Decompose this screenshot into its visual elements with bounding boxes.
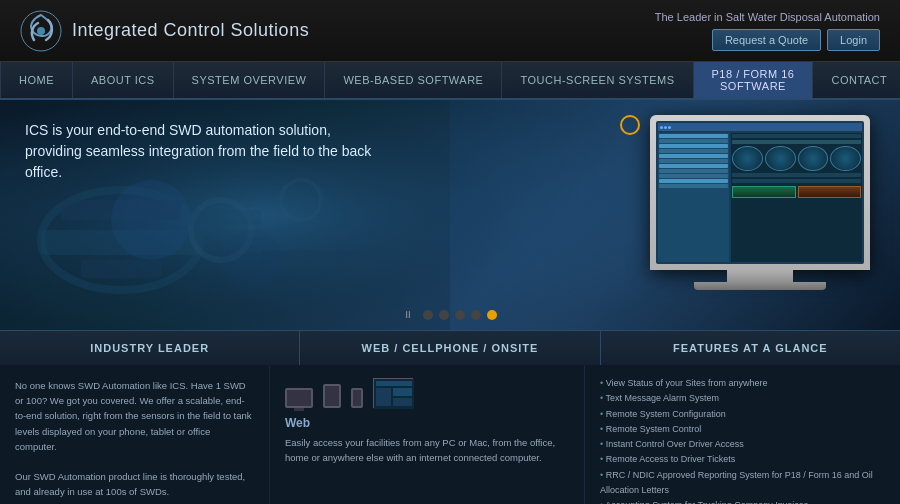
feature-item-8: Accounting System for Trucking Company I… bbox=[600, 498, 885, 504]
monitor-stand bbox=[727, 270, 793, 282]
nav-item-touch[interactable]: TOUCH-SCREEN SYSTEMS bbox=[502, 62, 693, 98]
feature-item-3: Remote System Configuration bbox=[600, 407, 885, 422]
slider-controls: ⏸ bbox=[403, 309, 497, 320]
web-desc: Easily access your facilities from any P… bbox=[285, 435, 569, 465]
screen-content bbox=[658, 133, 862, 262]
slider-dot-2[interactable] bbox=[439, 310, 449, 320]
svg-rect-6 bbox=[81, 260, 161, 278]
hero-heading: ICS is your end-to-end SWD automation so… bbox=[25, 120, 385, 183]
feature-web: WEB / CELLPHONE / ONSITE bbox=[300, 331, 600, 365]
feature-item-5: Instant Control Over Driver Access bbox=[600, 437, 885, 452]
screen-sidebar bbox=[658, 133, 729, 262]
svg-rect-17 bbox=[393, 398, 412, 406]
col-features: View Status of your Sites from anywhere … bbox=[585, 366, 900, 504]
tagline: The Leader in Salt Water Disposal Automa… bbox=[655, 11, 880, 23]
svg-rect-14 bbox=[376, 381, 412, 386]
slider-dot-3[interactable] bbox=[455, 310, 465, 320]
hero-section: ICS is your end-to-end SWD automation so… bbox=[0, 100, 900, 330]
web-device-icons bbox=[285, 378, 569, 408]
hero-circle-decoration bbox=[620, 115, 640, 135]
request-quote-button[interactable]: Request a Quote bbox=[712, 29, 821, 51]
slider-pause-button[interactable]: ⏸ bbox=[403, 309, 413, 320]
feature-item-4: Remote System Control bbox=[600, 422, 885, 437]
logo-text: Integrated Control Solutions bbox=[72, 20, 309, 41]
feature-item-1: View Status of your Sites from anywhere bbox=[600, 376, 885, 391]
screen-main bbox=[731, 133, 862, 262]
features-row: INDUSTRY LEADER WEB / CELLPHONE / ONSITE… bbox=[0, 330, 900, 366]
web-label: Web bbox=[285, 416, 569, 430]
hero-text: ICS is your end-to-end SWD automation so… bbox=[25, 120, 385, 183]
login-button[interactable]: Login bbox=[827, 29, 880, 51]
hero-monitor bbox=[650, 115, 870, 305]
slider-dot-5[interactable] bbox=[487, 310, 497, 320]
content-area: No one knows SWD Automation like ICS. Ha… bbox=[0, 366, 900, 504]
nav-item-home[interactable]: HOME bbox=[0, 62, 73, 98]
device-monitor-icon bbox=[285, 388, 313, 408]
nav-item-p18[interactable]: P18 / FORM 16SOFTWARE bbox=[694, 62, 814, 98]
header: Integrated Control Solutions The Leader … bbox=[0, 0, 900, 62]
feature-item-6: Remote Access to Driver Tickets bbox=[600, 452, 885, 467]
nav: HOME ABOUT ICS SYSTEM OVERVIEW WEB-BASED… bbox=[0, 62, 900, 100]
monitor-base bbox=[694, 282, 826, 290]
feature-item-7: RRC / NDIC Approved Reporting System for… bbox=[600, 468, 885, 499]
svg-rect-15 bbox=[376, 388, 391, 406]
svg-point-1 bbox=[37, 27, 45, 35]
nav-item-system[interactable]: SYSTEM OVERVIEW bbox=[174, 62, 326, 98]
svg-point-11 bbox=[111, 180, 191, 260]
feature-industry: INDUSTRY LEADER bbox=[0, 331, 300, 365]
col-industry: No one knows SWD Automation like ICS. Ha… bbox=[0, 366, 270, 504]
monitor-body bbox=[650, 115, 870, 270]
header-right: The Leader in Salt Water Disposal Automa… bbox=[655, 11, 880, 51]
device-tablet-icon bbox=[323, 384, 341, 408]
feature-glance: FEATURES AT A GLANCE bbox=[601, 331, 900, 365]
web-screenshot bbox=[373, 378, 413, 408]
col-web: Web Easily access your facilities from a… bbox=[270, 366, 585, 504]
svg-point-12 bbox=[221, 230, 281, 290]
feature-item-2: Text Message Alarm System bbox=[600, 391, 885, 406]
screen-toolbar bbox=[658, 123, 862, 131]
nav-item-web[interactable]: WEB-BASED SOFTWARE bbox=[325, 62, 502, 98]
svg-rect-16 bbox=[393, 388, 412, 396]
industry-p2: Our SWD Automation product line is thoro… bbox=[15, 469, 254, 499]
header-buttons: Request a Quote Login bbox=[655, 29, 880, 51]
nav-item-about[interactable]: ABOUT ICS bbox=[73, 62, 174, 98]
monitor-screen bbox=[656, 121, 864, 264]
industry-p1: No one knows SWD Automation like ICS. Ha… bbox=[15, 378, 254, 454]
logo-area: Integrated Control Solutions bbox=[20, 10, 309, 52]
svg-rect-8 bbox=[181, 210, 261, 225]
logo-icon bbox=[20, 10, 62, 52]
slider-dot-4[interactable] bbox=[471, 310, 481, 320]
slider-dot-1[interactable] bbox=[423, 310, 433, 320]
features-list: View Status of your Sites from anywhere … bbox=[600, 376, 885, 504]
device-phone-icon bbox=[351, 388, 363, 408]
nav-item-contact[interactable]: CONTACT bbox=[813, 62, 900, 98]
